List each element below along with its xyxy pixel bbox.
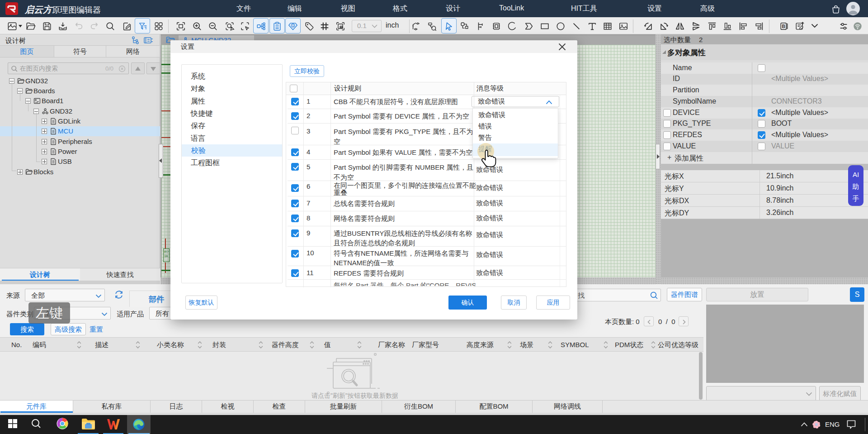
svg-text:S: S	[292, 24, 294, 28]
svg-text:B: B	[782, 24, 785, 29]
